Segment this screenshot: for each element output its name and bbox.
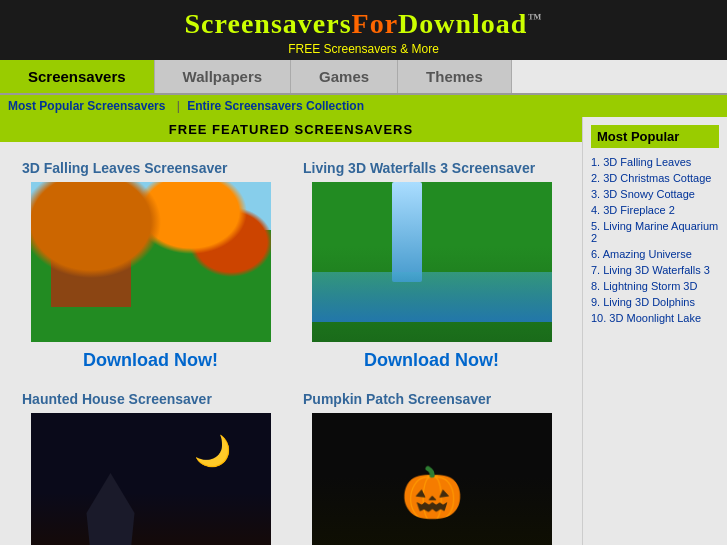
sidebar-item-1[interactable]: 2. 3D Christmas Cottage xyxy=(591,170,719,186)
content-wrapper: FREE FEATURED SCREENSAVERS 3D Falling Le… xyxy=(0,117,727,545)
ss-item-1: Living 3D Waterfalls 3 Screensaver Downl… xyxy=(291,152,572,383)
nav-tab-games[interactable]: Games xyxy=(291,60,398,93)
ss-thumb-0 xyxy=(31,182,271,342)
ss-thumb-1 xyxy=(312,182,552,342)
ss-title-0: 3D Falling Leaves Screensaver xyxy=(22,160,279,176)
subbar: Most Popular Screensavers | Entire Scree… xyxy=(0,95,727,117)
ss-item-0: 3D Falling Leaves Screensaver Download N… xyxy=(10,152,291,383)
link-entire-collection[interactable]: Entire Screensavers Collection xyxy=(187,99,364,113)
sidebar-title: Most Popular xyxy=(591,125,719,148)
sidebar-item-3[interactable]: 4. 3D Fireplace 2 xyxy=(591,202,719,218)
sidebar-item-0[interactable]: 1. 3D Falling Leaves xyxy=(591,154,719,170)
nav-tab-screensavers[interactable]: Screensavers xyxy=(0,60,155,93)
sidebar-item-6[interactable]: 7. Living 3D Waterfalls 3 xyxy=(591,262,719,278)
ss-download-1[interactable]: Download Now! xyxy=(303,350,560,371)
logo-part1: Screensavers xyxy=(185,8,352,39)
site-header: ScreensaversForDownload™ FREE Screensave… xyxy=(0,0,727,60)
sidebar-item-7[interactable]: 8. Lightning Storm 3D xyxy=(591,278,719,294)
subbar-sep: | xyxy=(177,99,180,113)
sidebar: Most Popular 1. 3D Falling Leaves 2. 3D … xyxy=(582,117,727,545)
sidebar-item-5[interactable]: 6. Amazing Universe xyxy=(591,246,719,262)
ss-title-3: Pumpkin Patch Screensaver xyxy=(303,391,560,407)
logo-download: Download xyxy=(398,8,527,39)
ss-title-2: Haunted House Screensaver xyxy=(22,391,279,407)
logo-tm: ™ xyxy=(527,11,542,26)
link-most-popular[interactable]: Most Popular Screensavers xyxy=(8,99,165,113)
main-content: FREE FEATURED SCREENSAVERS 3D Falling Le… xyxy=(0,117,582,545)
site-tagline: FREE Screensavers & More xyxy=(0,42,727,56)
nav-tab-themes[interactable]: Themes xyxy=(398,60,512,93)
sidebar-list: 1. 3D Falling Leaves 2. 3D Christmas Cot… xyxy=(591,154,719,326)
site-logo: ScreensaversForDownload™ xyxy=(0,8,727,40)
ss-title-1: Living 3D Waterfalls 3 Screensaver xyxy=(303,160,560,176)
ss-item-2: Haunted House Screensaver xyxy=(10,383,291,545)
ss-item-3: Pumpkin Patch Screensaver 🎃 xyxy=(291,383,572,545)
sidebar-item-8[interactable]: 9. Living 3D Dolphins xyxy=(591,294,719,310)
ss-thumb-3: 🎃 xyxy=(312,413,552,545)
sidebar-item-2[interactable]: 3. 3D Snowy Cottage xyxy=(591,186,719,202)
logo-for: For xyxy=(352,8,399,39)
sidebar-item-9[interactable]: 10. 3D Moonlight Lake xyxy=(591,310,719,326)
screensaver-grid: 3D Falling Leaves Screensaver Download N… xyxy=(0,142,582,545)
ss-thumb-2 xyxy=(31,413,271,545)
ss-download-0[interactable]: Download Now! xyxy=(22,350,279,371)
main-nav: Screensavers Wallpapers Games Themes xyxy=(0,60,727,95)
sidebar-item-4[interactable]: 5. Living Marine Aquarium 2 xyxy=(591,218,719,246)
nav-tab-wallpapers[interactable]: Wallpapers xyxy=(155,60,291,93)
featured-bar-label: FREE FEATURED SCREENSAVERS xyxy=(0,117,582,142)
